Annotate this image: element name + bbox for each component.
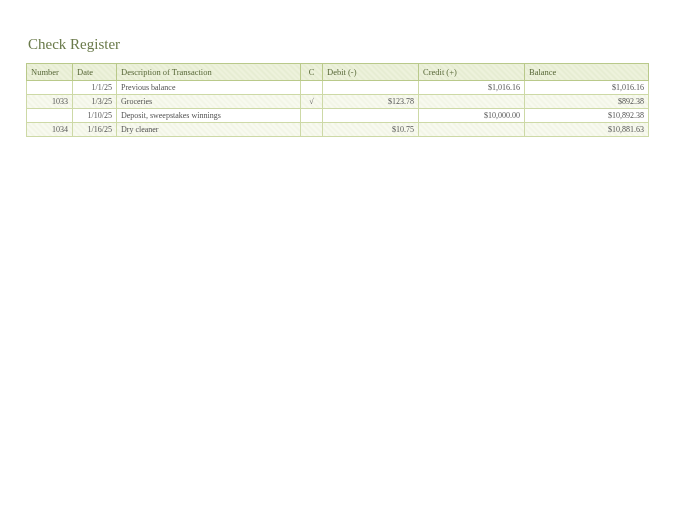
cell-balance: $1,016.16 [525,81,649,95]
cell-date: 1/16/25 [73,123,117,137]
cell-balance: $10,892.38 [525,109,649,123]
cell-number [27,109,73,123]
cell-c [301,123,323,137]
cell-description: Deposit, sweepstakes winnings [117,109,301,123]
cell-balance: $892.38 [525,95,649,109]
col-header-description: Description of Transaction [117,64,301,81]
cell-credit: $1,016.16 [419,81,525,95]
table-row: 1/1/25 Previous balance $1,016.16 $1,016… [27,81,649,95]
cell-description: Previous balance [117,81,301,95]
cell-description: Dry cleaner [117,123,301,137]
col-header-credit: Credit (+) [419,64,525,81]
col-header-balance: Balance [525,64,649,81]
cell-credit [419,123,525,137]
check-register-table: Number Date Description of Transaction C… [26,63,649,137]
cell-debit: $10.75 [323,123,419,137]
col-header-date: Date [73,64,117,81]
col-header-c: C [301,64,323,81]
col-header-number: Number [27,64,73,81]
cell-date: 1/3/25 [73,95,117,109]
table-row: 1/10/25 Deposit, sweepstakes winnings $1… [27,109,649,123]
cell-debit [323,81,419,95]
cell-number [27,81,73,95]
page-title: Check Register [28,36,649,53]
cell-date: 1/1/25 [73,81,117,95]
cell-debit [323,109,419,123]
cell-balance: $10,881.63 [525,123,649,137]
cell-number: 1033 [27,95,73,109]
table-header-row: Number Date Description of Transaction C… [27,64,649,81]
cell-c [301,81,323,95]
cell-debit: $123.78 [323,95,419,109]
cell-c: √ [301,95,323,109]
table-row: 1033 1/3/25 Groceries √ $123.78 $892.38 [27,95,649,109]
cell-credit: $10,000.00 [419,109,525,123]
cell-description: Groceries [117,95,301,109]
col-header-debit: Debit (-) [323,64,419,81]
cell-number: 1034 [27,123,73,137]
table-row: 1034 1/16/25 Dry cleaner $10.75 $10,881.… [27,123,649,137]
cell-c [301,109,323,123]
cell-date: 1/10/25 [73,109,117,123]
cell-credit [419,95,525,109]
